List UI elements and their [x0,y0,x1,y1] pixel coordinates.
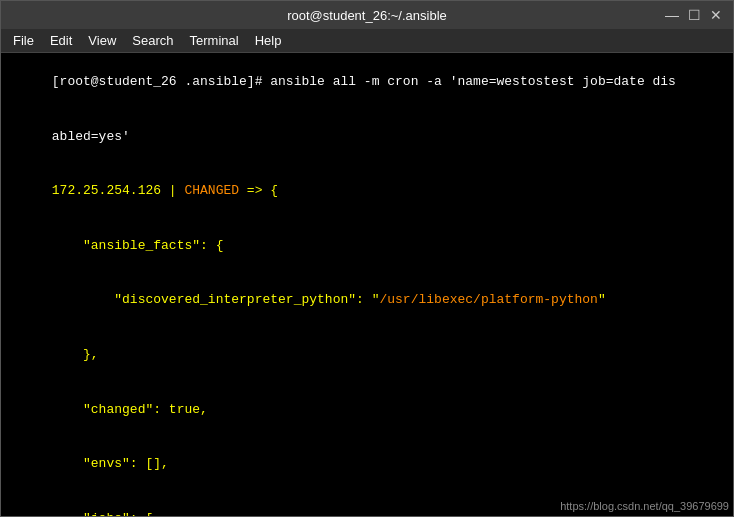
ip-changed-1: 172.25.254.126 | CHANGED => { [5,164,729,219]
menu-terminal[interactable]: Terminal [182,31,247,50]
envs-1: "envs": [], [5,437,729,492]
terminal-window: root@student_26:~/.ansible — ☐ ✕ File Ed… [0,0,734,517]
command-line: [root@student_26 .ansible]# ansible all … [5,55,729,110]
discovered-interp-1: "discovered_interpreter_python": "/usr/l… [5,273,729,328]
menu-search[interactable]: Search [124,31,181,50]
menu-bar: File Edit View Search Terminal Help [1,29,733,53]
window-controls: — ☐ ✕ [663,6,725,24]
menu-edit[interactable]: Edit [42,31,80,50]
maximize-button[interactable]: ☐ [685,6,703,24]
title-bar: root@student_26:~/.ansible — ☐ ✕ [1,1,733,29]
ansible-facts-1: "ansible_facts": { [5,219,729,274]
close-facts-1: }, [5,328,729,383]
terminal-content[interactable]: [root@student_26 .ansible]# ansible all … [1,53,733,516]
menu-view[interactable]: View [80,31,124,50]
command-line-cont: abled=yes' [5,110,729,165]
menu-help[interactable]: Help [247,31,290,50]
minimize-button[interactable]: — [663,6,681,24]
menu-file[interactable]: File [5,31,42,50]
prompt: [root@student_26 .ansible]# [52,74,270,89]
close-button[interactable]: ✕ [707,6,725,24]
command-text: ansible all -m cron -a 'name=westostest … [270,74,676,89]
changed-1: "changed": true, [5,382,729,437]
command-cont: abled=yes' [52,129,130,144]
window-title: root@student_26:~/.ansible [287,8,447,23]
watermark: https://blog.csdn.net/qq_39679699 [560,500,729,512]
